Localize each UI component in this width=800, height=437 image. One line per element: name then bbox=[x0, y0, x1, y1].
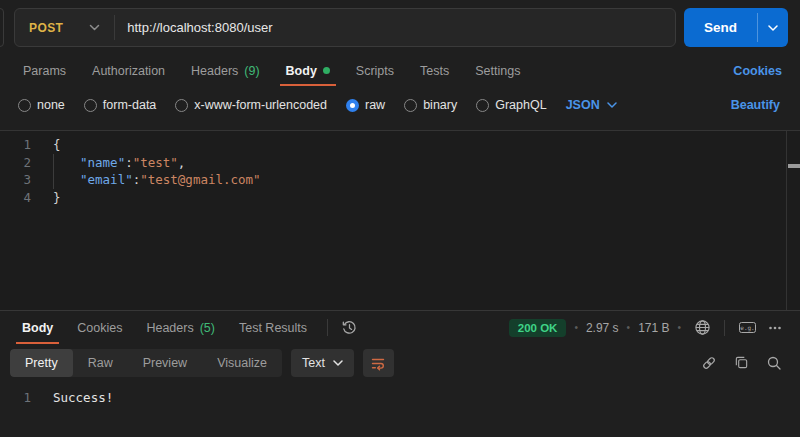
chevron-down-icon bbox=[333, 360, 343, 366]
cookies-link[interactable]: Cookies bbox=[733, 55, 782, 86]
beautify-button[interactable]: Beautify bbox=[731, 98, 780, 112]
more-options-icon[interactable] bbox=[762, 320, 788, 336]
tab-label: Headers bbox=[146, 321, 193, 335]
view-label: Raw bbox=[88, 356, 113, 370]
radio-x-www-form-urlencoded[interactable]: x-www-form-urlencoded bbox=[175, 98, 327, 112]
wrap-text-button[interactable] bbox=[363, 349, 394, 377]
format-label: JSON bbox=[566, 98, 600, 112]
response-tab-cookies[interactable]: Cookies bbox=[71, 311, 128, 344]
tab-label: Authorization bbox=[92, 64, 165, 78]
radio-selected-icon bbox=[346, 99, 359, 112]
tab-scripts[interactable]: Scripts bbox=[350, 55, 400, 86]
tab-label: Params bbox=[23, 64, 66, 78]
view-preview[interactable]: Preview bbox=[128, 349, 202, 377]
response-format-dropdown[interactable]: Text bbox=[291, 349, 354, 377]
radio-graphql[interactable]: GraphQL bbox=[476, 98, 546, 112]
radio-label: raw bbox=[365, 98, 385, 112]
dot-separator: • bbox=[677, 322, 681, 333]
format-dropdown[interactable]: JSON bbox=[566, 98, 617, 112]
response-body-viewer[interactable]: 1 Success! bbox=[0, 381, 800, 437]
code-line: 1 Success! bbox=[0, 389, 800, 407]
modified-dot-icon bbox=[323, 67, 330, 74]
radio-label: x-www-form-urlencoded bbox=[194, 98, 327, 112]
tab-label: Body bbox=[22, 321, 53, 335]
code-token: { bbox=[53, 136, 61, 154]
radio-icon bbox=[84, 99, 97, 112]
radio-icon bbox=[476, 99, 489, 112]
code-token: : bbox=[125, 154, 133, 172]
search-icon[interactable] bbox=[766, 355, 782, 371]
code-token: : bbox=[133, 171, 141, 189]
view-raw[interactable]: Raw bbox=[73, 349, 128, 377]
tab-headers[interactable]: Headers (9) bbox=[185, 55, 266, 86]
code-line: 2 "name":"test", bbox=[0, 154, 800, 172]
indent-guide bbox=[53, 154, 80, 172]
code-token-key: "name" bbox=[80, 154, 125, 172]
tab-label: Cookies bbox=[77, 321, 122, 335]
copy-icon[interactable] bbox=[734, 355, 749, 370]
tab-params[interactable]: Params bbox=[17, 55, 72, 86]
view-pretty[interactable]: Pretty bbox=[10, 349, 73, 377]
response-time: 2.97 s bbox=[586, 321, 619, 335]
radio-form-data[interactable]: form-data bbox=[84, 98, 157, 112]
tab-label: Tests bbox=[420, 64, 449, 78]
editor-scrollbar[interactable] bbox=[786, 131, 800, 310]
code-token-key: "email" bbox=[80, 171, 133, 189]
send-label: Send bbox=[704, 20, 737, 35]
radio-none[interactable]: none bbox=[18, 98, 65, 112]
response-text: Success! bbox=[31, 389, 113, 407]
spacer bbox=[533, 55, 733, 86]
radio-binary[interactable]: binary bbox=[404, 98, 457, 112]
response-size: 171 B bbox=[638, 321, 669, 335]
scrollbar-thumb[interactable] bbox=[788, 164, 800, 168]
method-select[interactable]: POST bbox=[15, 9, 114, 46]
radio-raw[interactable]: raw bbox=[346, 98, 385, 112]
dot-separator: • bbox=[627, 322, 631, 333]
tab-settings[interactable]: Settings bbox=[469, 55, 526, 86]
wrap-text-icon bbox=[370, 355, 386, 371]
spacer bbox=[363, 311, 509, 344]
status-badge: 200 OK bbox=[509, 319, 567, 337]
response-tab-body[interactable]: Body bbox=[16, 311, 59, 344]
tab-body[interactable]: Body bbox=[280, 55, 336, 86]
network-globe-icon[interactable] bbox=[689, 319, 716, 336]
response-meta: 200 OK • 2.97 s • 171 B • e.g. bbox=[509, 311, 788, 344]
tab-label: Settings bbox=[475, 64, 520, 78]
tab-authorization[interactable]: Authorization bbox=[86, 55, 171, 86]
view-switcher: Pretty Raw Preview Visualize bbox=[10, 349, 282, 377]
code-token: , bbox=[178, 154, 186, 172]
send-button[interactable]: Send bbox=[684, 8, 757, 47]
chevron-down-icon bbox=[607, 102, 617, 108]
window-edge bbox=[0, 8, 4, 47]
radio-label: GraphQL bbox=[495, 98, 546, 112]
view-label: Preview bbox=[143, 356, 187, 370]
response-tab-test-results[interactable]: Test Results bbox=[233, 311, 313, 344]
radio-icon bbox=[18, 99, 31, 112]
link-icon[interactable] bbox=[701, 355, 717, 371]
cookies-label: Cookies bbox=[733, 64, 782, 78]
tab-count: (5) bbox=[200, 321, 215, 335]
code-token-value: "test" bbox=[133, 154, 178, 172]
response-tab-headers[interactable]: Headers (5) bbox=[140, 311, 221, 344]
view-label: Pretty bbox=[25, 356, 58, 370]
view-visualize[interactable]: Visualize bbox=[202, 349, 282, 377]
radio-icon bbox=[404, 99, 417, 112]
send-options-button[interactable] bbox=[758, 8, 788, 47]
line-number: 1 bbox=[0, 389, 31, 407]
url-input[interactable] bbox=[115, 9, 675, 46]
response-toolbar: Pretty Raw Preview Visualize Text bbox=[0, 344, 800, 381]
line-number: 1 bbox=[0, 136, 31, 154]
request-body-editor[interactable]: 1 { 2 "name":"test", 3 "email":"test@gma… bbox=[0, 130, 800, 310]
save-example-icon[interactable]: e.g. bbox=[733, 320, 762, 335]
response-section: Body Cookies Headers (5) Test Results 20… bbox=[0, 310, 800, 437]
tab-tests[interactable]: Tests bbox=[414, 55, 455, 86]
method-label: POST bbox=[29, 21, 63, 35]
line-number: 4 bbox=[0, 189, 31, 207]
tab-count: (9) bbox=[244, 64, 259, 78]
history-icon[interactable] bbox=[336, 311, 363, 344]
request-bar: POST Send bbox=[0, 0, 800, 55]
code-line: 1 { bbox=[0, 136, 800, 154]
send-button-group: Send bbox=[684, 8, 788, 47]
line-number: 3 bbox=[0, 171, 31, 189]
code-token: } bbox=[53, 189, 61, 207]
